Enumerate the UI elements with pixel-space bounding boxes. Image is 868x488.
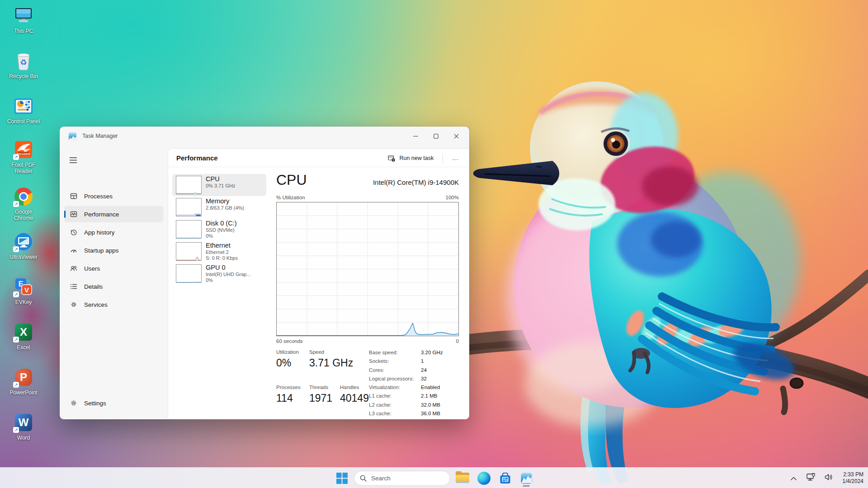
detail-label: Sockets:	[369, 358, 421, 367]
nav-item-app-history[interactable]: App history	[64, 224, 163, 240]
menu-toggle-button[interactable]	[65, 153, 81, 167]
window-titlebar[interactable]: Task Manager	[60, 127, 469, 146]
metric-item-cpu[interactable]: CPU 0% 3.71 GHz	[172, 174, 266, 196]
metric-title: Memory	[206, 197, 244, 205]
cpu-details: Base speed:3.20 GHz Sockets:1 Cores:24 L…	[369, 350, 466, 419]
metric-title: Disk 0 (C:)	[206, 220, 236, 227]
disk-mini-graph	[176, 220, 202, 239]
metric-sub: 0%	[206, 277, 251, 283]
metric-sub: Ethernet 2	[206, 249, 238, 255]
threads-label: Threads	[309, 385, 328, 390]
gpu-mini-graph	[176, 264, 202, 283]
nav-item-label: Services	[84, 301, 108, 308]
cpu-processor-name: Intel(R) Core(TM) i9-14900K	[373, 178, 459, 188]
task-manager-taskbar-button[interactable]	[517, 469, 535, 487]
nav-item-processes[interactable]: Processes	[64, 188, 163, 204]
utilization-label: Utilization	[276, 349, 299, 355]
nav-item-performance[interactable]: Performance	[64, 206, 163, 222]
desktop-icon-recycle-bin[interactable]: ♻ Recycle Bin	[5, 51, 42, 80]
metric-item-memory[interactable]: Memory 2.8/63.7 GB (4%)	[172, 196, 266, 218]
nav-item-startup-apps[interactable]: Startup apps	[64, 242, 163, 258]
gear-icon	[70, 399, 77, 407]
performance-icon	[70, 211, 77, 218]
desktop-icon-label: Google Chrome	[5, 209, 42, 221]
desktop-icon-this-pc[interactable]: This PC	[5, 5, 42, 34]
taskbar: 2:33 PM 1/4/2024	[0, 467, 868, 488]
detail-label: Logical processors:	[369, 376, 421, 385]
performance-panel: Performance Run new task ... CPU 0% 3.71…	[168, 148, 469, 419]
metric-sub: S: 0 R: 0 Kbps	[206, 255, 238, 261]
nav-item-settings[interactable]: Settings	[64, 395, 163, 411]
nav-item-label: App history	[84, 229, 115, 236]
detail-value: 3.20 GHz	[421, 350, 443, 358]
chrome-icon: ↗	[13, 186, 34, 207]
threads-value: 1971	[309, 392, 332, 404]
nav-item-label: Processes	[84, 193, 113, 200]
desktop-icon-chrome[interactable]: ↗ Google Chrome	[5, 186, 42, 221]
desktop-icon-evkey[interactable]: E V ↗ EVKey	[5, 277, 42, 305]
utilization-value: 0%	[276, 357, 291, 369]
metric-item-disk[interactable]: Disk 0 (C:) SSD (NVMe) 0%	[172, 218, 266, 240]
clock-date: 1/4/2024	[842, 478, 863, 485]
header-separator	[443, 153, 443, 163]
close-button[interactable]	[446, 127, 467, 145]
desktop-icon-excel[interactable]: X ↗ Excel	[5, 322, 42, 351]
file-explorer-icon	[456, 473, 469, 483]
metric-sub: 2.8/63.7 GB (4%)	[206, 205, 244, 211]
metric-title: GPU 0	[206, 264, 251, 272]
graph-x-right-label: 0	[456, 338, 459, 344]
desktop-icon-control-panel[interactable]: Control Panel	[5, 96, 42, 125]
metric-item-gpu[interactable]: GPU 0 Intel(R) UHD Grap... 0%	[172, 263, 266, 285]
handles-value: 40149	[340, 392, 369, 404]
detail-value: 24	[421, 367, 427, 376]
tray-chevron-button[interactable]	[788, 471, 799, 485]
shortcut-arrow-icon: ↗	[13, 382, 19, 388]
minimize-button[interactable]	[406, 127, 426, 145]
bird-illustration	[448, 27, 868, 488]
metric-list: CPU 0% 3.71 GHz Memory 2.8/63.7 GB (4%)	[172, 174, 266, 285]
desktop-icon-label: EVKey	[15, 299, 32, 305]
desktop-icon-label: Excel	[17, 344, 30, 351]
services-icon	[70, 301, 77, 308]
start-button[interactable]	[333, 469, 351, 487]
taskbar-clock[interactable]: 2:33 PM 1/4/2024	[840, 471, 863, 485]
detail-value: Enabled	[421, 385, 440, 393]
run-new-task-button[interactable]: Run new task	[383, 152, 438, 164]
users-icon	[70, 265, 77, 272]
volume-tray-button[interactable]	[823, 472, 835, 484]
nav-item-label: Users	[84, 265, 100, 272]
taskbar-search[interactable]	[354, 471, 450, 486]
maximize-button[interactable]	[426, 127, 446, 145]
file-explorer-button[interactable]	[453, 469, 472, 487]
desktop-icon-ultraviewer[interactable]: ↗ UltraViewer	[5, 231, 42, 260]
network-tray-button[interactable]	[805, 471, 817, 485]
nav-item-label: Settings	[84, 400, 106, 407]
detail-label: Cores:	[369, 367, 421, 376]
desktop-icon-word[interactable]: W ↗ Word	[5, 412, 42, 441]
detail-value: 36.0 MB	[421, 411, 440, 419]
chevron-up-icon	[791, 477, 797, 480]
metric-sub: Intel(R) UHD Grap...	[206, 272, 251, 277]
search-input[interactable]	[371, 475, 439, 482]
word-icon: W ↗	[13, 412, 34, 433]
metric-item-ethernet[interactable]: Ethernet Ethernet 2 S: 0 R: 0 Kbps	[172, 240, 266, 263]
metric-sub: SSD (NVMe)	[206, 227, 236, 233]
nav-item-services[interactable]: Services	[64, 296, 163, 313]
desktop-icon-foxit[interactable]: READER ↗ Foxit PDF Reader	[5, 139, 42, 174]
this-pc-icon	[13, 5, 34, 26]
metric-title: Ethernet	[206, 242, 238, 249]
task-manager-window: Task Manager Processes Performance	[60, 127, 469, 419]
details-icon	[70, 283, 77, 290]
detail-label: Virtualization:	[369, 385, 421, 393]
processes-label: Processes	[276, 385, 301, 390]
edge-button[interactable]	[475, 469, 493, 487]
nav-item-details[interactable]: Details	[64, 278, 163, 295]
task-manager-app-icon	[69, 132, 76, 140]
nav-item-users[interactable]: Users	[64, 260, 163, 277]
detail-label: Base speed:	[369, 350, 421, 358]
more-options-button[interactable]: ...	[448, 153, 463, 163]
desktop-icon-powerpoint[interactable]: P ↗ PowerPoint	[5, 367, 42, 396]
store-button[interactable]	[496, 469, 514, 487]
memory-mini-graph	[176, 198, 202, 216]
speed-value: 3.71 GHz	[309, 357, 353, 369]
